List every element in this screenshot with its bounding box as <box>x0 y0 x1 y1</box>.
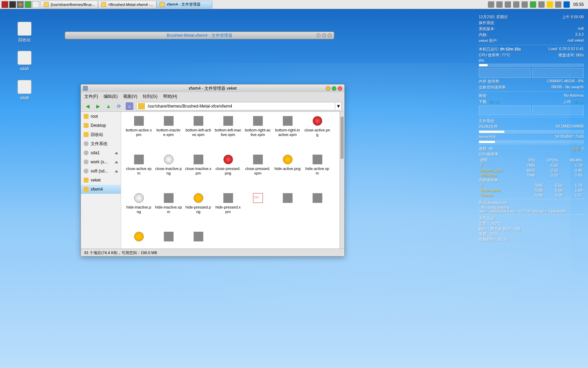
file-item[interactable]: hide-active.png <box>273 153 302 192</box>
scrollbar-thumb[interactable] <box>341 117 344 159</box>
launcher-icon[interactable] <box>9 1 16 8</box>
launcher-firefox-icon[interactable] <box>17 1 24 8</box>
file-item[interactable] <box>124 230 154 248</box>
tray-power-icon[interactable] <box>547 1 553 8</box>
tray-icon[interactable] <box>538 1 545 8</box>
path-input[interactable] <box>146 104 335 109</box>
file-item[interactable]: close-active.xpm <box>124 153 154 192</box>
file-name: bottom-active.xpm <box>125 128 152 137</box>
menu-view[interactable]: 视图(V) <box>123 94 137 100</box>
sidebar-item[interactable]: soft (sd...⏏ <box>81 166 121 176</box>
scrollbar[interactable] <box>340 112 344 248</box>
menu-help[interactable]: 帮助(H) <box>163 94 177 100</box>
label: 系统版本: <box>479 26 495 32</box>
file-item[interactable]: bottom-right-active.xpm <box>243 115 273 153</box>
menu-file[interactable]: 文件(F) <box>84 94 98 100</box>
file-item[interactable] <box>302 192 332 230</box>
eject-icon[interactable]: ⏏ <box>115 160 118 164</box>
sidebar-item[interactable]: sda1⏏ <box>81 148 121 157</box>
minimize-button[interactable] <box>326 86 330 91</box>
td: xfce4-panel <box>479 188 523 193</box>
close-button[interactable] <box>338 86 342 91</box>
back-button[interactable]: ◀ <box>84 102 91 110</box>
conky-time: 上午 5:55:00 <box>562 14 584 20</box>
desktop-icon-drive[interactable]: sda6 <box>10 80 38 100</box>
eject-icon[interactable]: ⏏ <box>115 151 118 155</box>
label: 内存使用率 <box>479 178 584 183</box>
sidebar-item[interactable]: work (s...⏏ <box>81 157 121 166</box>
file-item[interactable]: hide-inactive.png <box>124 192 154 230</box>
launcher-icon[interactable] <box>32 1 39 8</box>
task-button[interactable]: xfwm4 - 文件管理器 <box>156 1 212 8</box>
file-item[interactable]: close-inactive.png <box>154 153 183 192</box>
path-dropdown[interactable]: ▾ <box>335 103 341 109</box>
file-item[interactable]: hide-active.xpm <box>302 153 332 192</box>
file-item[interactable]: bottom-active.xpm <box>124 115 154 153</box>
tray-icon[interactable] <box>496 1 503 8</box>
close-icon[interactable] <box>328 33 332 38</box>
file-item[interactable]: bottom-right-inactive.xpm <box>273 115 302 153</box>
forward-button[interactable]: ▶ <box>94 102 102 110</box>
file-icon <box>253 116 263 126</box>
refresh-button[interactable]: ⟳ <box>115 102 123 110</box>
folder-icon <box>160 2 164 7</box>
sidebar-item[interactable]: 文件系统 <box>81 139 121 148</box>
file-item[interactable]: close-pressed.png <box>213 153 243 192</box>
up-button[interactable]: ▲ <box>105 102 112 110</box>
cpu-graph <box>479 68 531 78</box>
file-icon <box>253 155 263 164</box>
tray-battery-icon[interactable] <box>530 1 536 8</box>
background-window-titlebar[interactable]: Brushed-Metal-xfwm4 - 文件管理器 <box>65 32 334 39</box>
window-titlebar[interactable]: xfwm4 - 文件管理器 veket <box>81 84 344 92</box>
clock[interactable]: 05:55 <box>572 2 585 7</box>
file-item[interactable]: close-inactive.xpm <box>183 153 213 192</box>
drive-icon <box>18 80 31 94</box>
file-name: close-active.png <box>304 128 331 137</box>
file-grid[interactable]: bottom-active.xpmbottom-inactive.xpmbott… <box>121 112 344 248</box>
home-button[interactable]: ⌂ <box>126 102 133 110</box>
tray-icon[interactable] <box>522 1 528 8</box>
maximize-button[interactable] <box>332 86 336 91</box>
fs-bar <box>479 130 584 133</box>
file-item[interactable] <box>183 230 213 248</box>
sidebar-item[interactable]: xfwm4 <box>81 185 121 194</box>
file-item[interactable]: close-pressed.xpm <box>243 153 273 192</box>
file-name: hide-inactive.png <box>125 205 152 214</box>
menu-bar: 文件(F) 编辑(E) 视图(V) 转到(G) 帮助(H) <box>81 92 344 101</box>
file-item[interactable]: close-active.png <box>302 115 332 153</box>
file-item[interactable] <box>243 192 273 230</box>
td: 7938 <box>523 193 544 198</box>
menu-edit[interactable]: 编辑(E) <box>104 94 118 100</box>
tray-icon[interactable] <box>505 1 511 8</box>
file-item[interactable]: bottom-inactive.xpm <box>154 115 183 153</box>
minimize-icon[interactable] <box>316 33 321 38</box>
file-item[interactable]: bottom-left-active.xpm <box>183 115 213 153</box>
tray-icon[interactable] <box>513 1 519 8</box>
file-item[interactable] <box>273 192 302 230</box>
sidebar-item[interactable]: root <box>81 112 121 121</box>
eject-icon[interactable]: ⏏ <box>115 169 118 173</box>
task-button[interactable]: [/usr/share/themes/Brus... <box>41 1 98 8</box>
tray-icon[interactable] <box>488 1 494 8</box>
file-name: bottom-left-inactive.xpm <box>215 128 241 137</box>
file-item[interactable] <box>154 230 183 248</box>
sidebar-item[interactable]: 回收站 <box>81 130 121 139</box>
sidebar-item[interactable]: Desktop <box>81 121 121 130</box>
launcher-icon[interactable] <box>1 1 8 8</box>
menu-go[interactable]: 转到(G) <box>143 94 157 100</box>
td: 0.00 <box>544 188 564 193</box>
file-item[interactable]: hide-pressed.png <box>183 192 213 230</box>
maximize-icon[interactable] <box>322 33 326 38</box>
file-icon <box>164 155 174 164</box>
sidebar-item[interactable]: veket <box>81 176 121 185</box>
file-item[interactable]: hide-pressed.xpm <box>213 192 243 230</box>
label: 2fs/3fs文件 <box>479 124 498 129</box>
desktop-icon-drive[interactable]: sda5 <box>10 51 38 71</box>
launcher-icon[interactable] <box>24 1 31 8</box>
file-item[interactable]: hide-inactive.xpm <box>154 192 183 230</box>
task-button[interactable]: =Brushed-Metal-xfwm4 -... <box>98 1 156 8</box>
tray-volume-icon[interactable] <box>555 1 561 8</box>
file-item[interactable]: bottom-left-inactive.xpm <box>213 115 243 153</box>
desktop-icon-trash[interactable]: 回收站 <box>10 22 38 43</box>
tray-icon[interactable] <box>564 1 570 8</box>
